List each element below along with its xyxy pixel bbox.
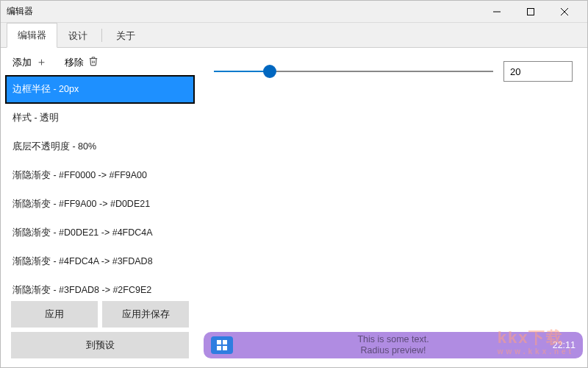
list-item[interactable]: 渐隐渐变 - #3FDAD8 -> #2FC9E2 xyxy=(5,276,195,297)
apply-button[interactable]: 应用 xyxy=(11,301,98,328)
list-item[interactable]: 样式 - 透明 xyxy=(5,104,195,132)
maximize-button[interactable] xyxy=(514,1,548,23)
list-item[interactable]: 渐隐渐变 - #FF9A00 -> #D0DE21 xyxy=(5,190,195,219)
to-preset-button[interactable]: 到预设 xyxy=(11,332,189,358)
sidebar: 添加 ＋ 移除 边框半径 - 20px 样式 - 透明 底层不透明度 - 80%… xyxy=(1,48,199,367)
preview-text: This is some text. Radius preview! xyxy=(204,334,583,356)
tab-editor[interactable]: 编辑器 xyxy=(7,23,57,48)
svg-rect-6 xyxy=(217,346,221,350)
tab-separator xyxy=(101,29,102,42)
sidebar-tools: 添加 ＋ 移除 xyxy=(5,52,195,75)
radius-value: 20 xyxy=(510,66,520,77)
close-button[interactable] xyxy=(548,1,581,23)
radius-input[interactable]: 20 xyxy=(503,61,573,82)
svg-rect-7 xyxy=(223,346,227,350)
property-list[interactable]: 边框半径 - 20px 样式 - 透明 底层不透明度 - 80% 渐隐渐变 - … xyxy=(5,75,195,297)
list-item[interactable]: 底层不透明度 - 80% xyxy=(5,132,195,161)
radius-slider[interactable] xyxy=(214,65,493,78)
apply-save-button[interactable]: 应用并保存 xyxy=(102,301,189,328)
tab-label: 编辑器 xyxy=(18,29,46,40)
slider-thumb[interactable] xyxy=(263,65,276,78)
list-item[interactable]: 渐隐渐变 - #D0DE21 -> #4FDC4A xyxy=(5,219,195,247)
slider-fill xyxy=(214,71,270,72)
trash-icon xyxy=(88,56,98,68)
list-item[interactable]: 渐隐渐变 - #FF0000 -> #FF9A00 xyxy=(5,161,195,190)
svg-rect-5 xyxy=(223,340,227,344)
app-window: 编辑器 编辑器 设计 关于 添加 ＋ 移 xyxy=(0,0,588,368)
main-panel: 20 This is some text. Radius preview! 22… xyxy=(199,48,587,367)
minimize-button[interactable] xyxy=(480,1,514,23)
add-label: 添加 xyxy=(12,56,32,69)
preview-line1: This is some text. xyxy=(204,334,583,345)
radius-control-row: 20 xyxy=(199,48,587,95)
tab-label: 关于 xyxy=(116,30,135,41)
sidebar-buttons: 应用 应用并保存 到预设 xyxy=(5,297,195,358)
list-item[interactable]: 渐隐渐变 - #4FDC4A -> #3FDAD8 xyxy=(5,247,195,276)
tab-design[interactable]: 设计 xyxy=(57,24,98,48)
svg-rect-1 xyxy=(528,8,534,15)
tab-label: 设计 xyxy=(68,30,87,41)
window-title: 编辑器 xyxy=(7,5,480,18)
window-controls xyxy=(480,1,581,23)
list-item[interactable]: 边框半径 - 20px xyxy=(5,75,195,104)
remove-button[interactable]: 移除 xyxy=(65,56,98,69)
remove-label: 移除 xyxy=(65,56,84,69)
preview-line2: Radius preview! xyxy=(204,345,583,356)
content-area: 添加 ＋ 移除 边框半径 - 20px 样式 - 透明 底层不透明度 - 80%… xyxy=(1,47,587,367)
svg-rect-4 xyxy=(217,340,221,344)
start-icon xyxy=(211,336,233,354)
add-button[interactable]: 添加 ＋ xyxy=(12,55,47,69)
taskbar-preview: This is some text. Radius preview! 22:11 xyxy=(204,332,583,358)
plus-icon: ＋ xyxy=(36,55,47,69)
preview-clock: 22:11 xyxy=(553,340,576,350)
titlebar: 编辑器 xyxy=(1,1,587,23)
tab-about[interactable]: 关于 xyxy=(105,24,146,48)
tabbar: 编辑器 设计 关于 xyxy=(1,23,587,48)
